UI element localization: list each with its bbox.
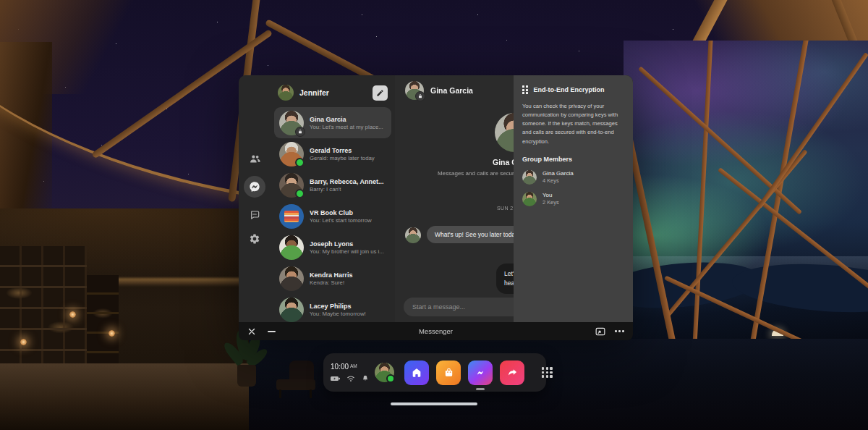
chat-preview: You: Maybe tomorrow! [310, 311, 366, 317]
active-app-indicator [476, 388, 485, 390]
avatar [279, 111, 304, 135]
bookshelf [87, 275, 119, 371]
chat-preview: You: Let's start tomorrow [310, 217, 372, 224]
chat-list-item[interactable]: Kendra HarrisKendra: Sure! [274, 263, 391, 294]
member-keys: 2 Keys [542, 199, 559, 206]
messenger-chats-tab-active[interactable] [244, 176, 265, 198]
messenger-nav-rail [239, 75, 271, 322]
apps-grid-icon[interactable] [542, 367, 553, 378]
encryption-description: You can check the privacy of your commun… [522, 102, 624, 146]
lock-icon [415, 91, 425, 101]
chat-list-item[interactable]: Joseph LyonsYou: My brother will join us… [274, 232, 391, 263]
chat-name: Gerald Torres [310, 147, 375, 154]
wifi-icon [346, 375, 355, 382]
pinned-apps [404, 361, 524, 385]
clock-time: 10:00 [331, 363, 349, 371]
chat-list-item[interactable]: Barry, Rebecca, Annet...Barry: I can't [274, 169, 391, 201]
minimize-icon[interactable] [268, 331, 276, 332]
wood-floor [0, 363, 249, 430]
chat-name: Lacey Philips [310, 303, 366, 310]
group-member-row[interactable]: You 2 Keys [522, 192, 624, 206]
incoming-message: What's up! See you later today? [405, 226, 529, 243]
avatar [522, 192, 537, 206]
chat-preview: You: My brother will join us i... [310, 248, 384, 255]
taskbar-drag-handle[interactable] [391, 402, 477, 405]
encryption-panel-header: End-to-End Encryption [522, 85, 624, 94]
messenger-window: Jennifer Gina GarciaYou: Let's meet at m… [239, 75, 633, 340]
chat-bubble-icon[interactable] [248, 208, 261, 222]
online-status-dot [295, 158, 305, 167]
avatar [279, 298, 304, 322]
status-cluster[interactable]: 10:00AM [331, 363, 369, 382]
avatar[interactable] [278, 85, 294, 101]
conversation-panel: Gina Garcia Gina Garcia Messages and cal… [395, 75, 633, 322]
clock-meridiem: AM [350, 363, 357, 368]
contacts-icon[interactable] [248, 152, 261, 165]
chat-list-item[interactable]: VR Book ClubYou: Let's start tomorrow [274, 201, 391, 232]
encryption-panel: End-to-End Encryption You can check the … [514, 75, 633, 322]
compose-icon[interactable] [373, 85, 388, 101]
chat-list-header: Jennifer [271, 80, 395, 106]
sharing-app-icon[interactable] [500, 361, 524, 385]
avatar [279, 142, 304, 166]
avatar [279, 173, 304, 198]
online-status-dot [295, 189, 305, 198]
chat-list-item[interactable]: Gerald TorresGerald: maybe later today [274, 138, 391, 169]
notifications-bell-icon [362, 374, 369, 382]
chair-silhouette [269, 361, 323, 398]
shelf-lamp [20, 339, 27, 345]
chat-preview: Kendra: Sure! [310, 279, 353, 286]
chat-name: Kendra Harris [310, 271, 353, 279]
potted-plant [224, 330, 272, 400]
encryption-panel-title: End-to-End Encryption [534, 86, 605, 93]
member-keys: 4 Keys [542, 177, 574, 184]
chat-preview: You: Let's meet at my place... [310, 124, 383, 130]
interior-room [0, 208, 249, 430]
chat-list-panel: Jennifer Gina GarciaYou: Let's meet at m… [271, 75, 395, 322]
battery-icon [331, 376, 340, 381]
window-title: Messenger [239, 327, 633, 335]
avatar [279, 235, 304, 260]
chat-name: Gina Garcia [310, 116, 383, 123]
window-titlebar: Messenger [239, 322, 633, 340]
group-members-label: Group Members [522, 156, 624, 163]
lock-icon [295, 127, 305, 137]
chat-name: VR Book Club [310, 209, 372, 216]
online-status-dot [386, 374, 395, 383]
member-name: You [542, 192, 559, 198]
avatar [522, 170, 537, 185]
messenger-app-icon[interactable] [468, 361, 493, 385]
more-options-icon[interactable] [615, 330, 624, 332]
shelf-lamp [69, 311, 76, 318]
avatar [279, 204, 304, 229]
cast-icon[interactable] [595, 327, 605, 336]
dome-window-aurora-view [624, 41, 868, 355]
bookshelf [0, 246, 87, 369]
avatar [279, 266, 304, 291]
group-member-row[interactable]: Gina Garcia 4 Keys [522, 170, 624, 185]
chat-name: Joseph Lyons [310, 240, 384, 248]
chat-list-item[interactable]: Lacey PhilipsYou: Maybe tomorrow! [274, 294, 391, 322]
profile-name: Jennifer [299, 88, 329, 97]
member-name: Gina Garcia [542, 170, 574, 177]
user-avatar[interactable] [375, 363, 394, 382]
settings-gear-icon[interactable] [248, 232, 261, 245]
chat-preview: Gerald: maybe later today [310, 155, 375, 161]
conversation-contact-name: Gina Garcia [430, 86, 473, 95]
close-icon[interactable] [247, 327, 256, 336]
avatar [405, 227, 421, 243]
system-taskbar: 10:00AM [323, 353, 546, 392]
shelf-lamp [109, 330, 115, 337]
messenger-window-content: Jennifer Gina GarciaYou: Let's meet at m… [239, 75, 633, 322]
store-app-icon[interactable] [436, 361, 461, 385]
chat-name: Barry, Rebecca, Annet... [310, 178, 384, 185]
horizon-home-app-icon[interactable] [404, 361, 429, 385]
key-grid-icon [522, 85, 528, 94]
chat-list-item[interactable]: Gina GarciaYou: Let's meet at my place..… [274, 107, 391, 138]
avatar[interactable] [405, 81, 424, 100]
chat-list: Gina GarciaYou: Let's meet at my place..… [271, 106, 395, 322]
chat-preview: Barry: I can't [310, 186, 384, 193]
